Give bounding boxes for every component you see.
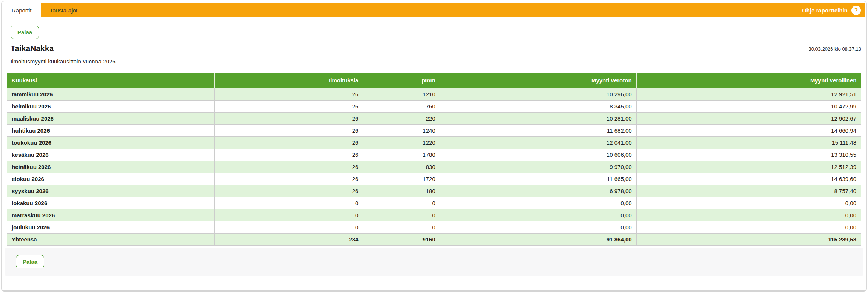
title-row: TaikaNakka 30.03.2026 klo 08.37.13: [7, 44, 861, 53]
cell-value: 0,00: [440, 209, 636, 221]
cell-value: 0,00: [636, 209, 861, 221]
cell-value: 11 665,00: [440, 173, 636, 185]
cell-value: 26: [215, 100, 363, 112]
cell-value: 26: [215, 173, 363, 185]
cell-value: 0: [363, 221, 440, 233]
cell-value: 9 970,00: [440, 161, 636, 173]
cell-value: 13 310,55: [636, 149, 861, 161]
cell-value: 9160: [363, 233, 440, 245]
cell-value: 26: [215, 88, 363, 100]
question-mark-icon[interactable]: ?: [851, 6, 861, 15]
cell-value: 12 902,67: [636, 112, 861, 124]
table-row: heinäkuu 2026268309 970,0012 512,39: [7, 161, 861, 173]
tab-raportit[interactable]: Raportit: [3, 3, 41, 17]
cell-month: helmikuu 2026: [7, 100, 215, 112]
table-row-total: Yhteensä234916091 864,00115 289,53: [7, 233, 861, 245]
cell-value: 10 296,00: [440, 88, 636, 100]
cell-value: 26: [215, 161, 363, 173]
cell-month: elokuu 2026: [7, 173, 215, 185]
top-navigation-bar: Raportit Tausta-ajot Ohje raportteihin ?: [3, 3, 865, 17]
help-link[interactable]: Ohje raportteihin: [802, 7, 848, 14]
tab-tausta-ajot[interactable]: Tausta-ajot: [41, 3, 87, 17]
cell-month: kesäkuu 2026: [7, 149, 215, 161]
topbar-help-area: Ohje raportteihin ?: [802, 3, 865, 17]
cell-value: 0: [363, 209, 440, 221]
cell-value: 0: [215, 221, 363, 233]
table-row: huhtikuu 202626124011 682,0014 660,94: [7, 124, 861, 136]
table-row: syyskuu 2026261806 978,008 757,40: [7, 185, 861, 197]
back-button-top[interactable]: Palaa: [11, 26, 39, 39]
cell-value: 115 289,53: [636, 233, 861, 245]
cell-value: 26: [215, 185, 363, 197]
cell-value: 1720: [363, 173, 440, 185]
table-row: kesäkuu 202626178010 606,0013 310,55: [7, 149, 861, 161]
cell-value: 6 978,00: [440, 185, 636, 197]
bottom-action-bar: Palaa: [5, 248, 863, 276]
cell-value: 0,00: [636, 197, 861, 209]
cell-value: 760: [363, 100, 440, 112]
table-row: tammikuu 202626121010 296,0012 921,51: [7, 88, 861, 100]
header-kuukausi: Kuukausi: [7, 73, 215, 88]
app-window: Raportit Tausta-ajot Ohje raportteihin ?…: [1, 1, 867, 292]
cell-value: 26: [215, 124, 363, 136]
table-body: tammikuu 202626121010 296,0012 921,51hel…: [7, 88, 861, 245]
report-table: Kuukausi Ilmoituksia pmm Myynti veroton …: [7, 73, 861, 246]
cell-value: 1220: [363, 136, 440, 149]
cell-month: joulukuu 2026: [7, 221, 215, 233]
cell-value: 1240: [363, 124, 440, 136]
cell-value: 12 921,51: [636, 88, 861, 100]
cell-month: huhtikuu 2026: [7, 124, 215, 136]
cell-value: 180: [363, 185, 440, 197]
cell-value: 10 281,00: [440, 112, 636, 124]
cell-value: 0: [363, 197, 440, 209]
table-row: elokuu 202626172011 665,0014 639,60: [7, 173, 861, 185]
cell-value: 0: [215, 209, 363, 221]
report-content: Palaa TaikaNakka 30.03.2026 klo 08.37.13…: [2, 17, 866, 246]
table-row: joulukuu 2026000,000,00: [7, 221, 861, 233]
cell-month: lokakuu 2026: [7, 197, 215, 209]
cell-value: 1780: [363, 149, 440, 161]
report-timestamp: 30.03.2026 klo 08.37.13: [808, 44, 861, 52]
cell-value: 12 041,00: [440, 136, 636, 149]
header-myynti-verollinen: Myynti verollinen: [636, 73, 861, 88]
cell-value: 0: [215, 197, 363, 209]
header-ilmoituksia: Ilmoituksia: [215, 73, 363, 88]
cell-value: 830: [363, 161, 440, 173]
table-row: lokakuu 2026000,000,00: [7, 197, 861, 209]
cell-value: 0,00: [440, 197, 636, 209]
report-subtitle: Ilmoitusmyynti kuukausittain vuonna 2026: [11, 58, 861, 65]
cell-value: 1210: [363, 88, 440, 100]
cell-month: marraskuu 2026: [7, 209, 215, 221]
table-row: marraskuu 2026000,000,00: [7, 209, 861, 221]
cell-value: 0,00: [636, 221, 861, 233]
cell-value: 0,00: [440, 221, 636, 233]
table-row: helmikuu 2026267608 345,0010 472,99: [7, 100, 861, 112]
cell-value: 15 111,48: [636, 136, 861, 149]
cell-value: 11 682,00: [440, 124, 636, 136]
cell-value: 220: [363, 112, 440, 124]
cell-value: 14 639,60: [636, 173, 861, 185]
cell-month: toukokuu 2026: [7, 136, 215, 149]
cell-value: 10 606,00: [440, 149, 636, 161]
header-myynti-veroton: Myynti veroton: [440, 73, 636, 88]
page-title: TaikaNakka: [11, 44, 54, 53]
cell-value: 10 472,99: [636, 100, 861, 112]
table-header-row: Kuukausi Ilmoituksia pmm Myynti veroton …: [7, 73, 861, 88]
cell-value: 26: [215, 112, 363, 124]
cell-value: 12 512,39: [636, 161, 861, 173]
header-pmm: pmm: [363, 73, 440, 88]
table-row: maaliskuu 20262622010 281,0012 902,67: [7, 112, 861, 124]
cell-value: 91 864,00: [440, 233, 636, 245]
cell-month: tammikuu 2026: [7, 88, 215, 100]
cell-value: 26: [215, 136, 363, 149]
cell-value: 8 757,40: [636, 185, 861, 197]
cell-month: syyskuu 2026: [7, 185, 215, 197]
cell-value: 234: [215, 233, 363, 245]
cell-value: 8 345,00: [440, 100, 636, 112]
cell-month: Yhteensä: [7, 233, 215, 245]
cell-value: 14 660,94: [636, 124, 861, 136]
cell-value: 26: [215, 149, 363, 161]
back-button-bottom[interactable]: Palaa: [16, 255, 44, 268]
cell-month: maaliskuu 2026: [7, 112, 215, 124]
table-row: toukokuu 202626122012 041,0015 111,48: [7, 136, 861, 149]
